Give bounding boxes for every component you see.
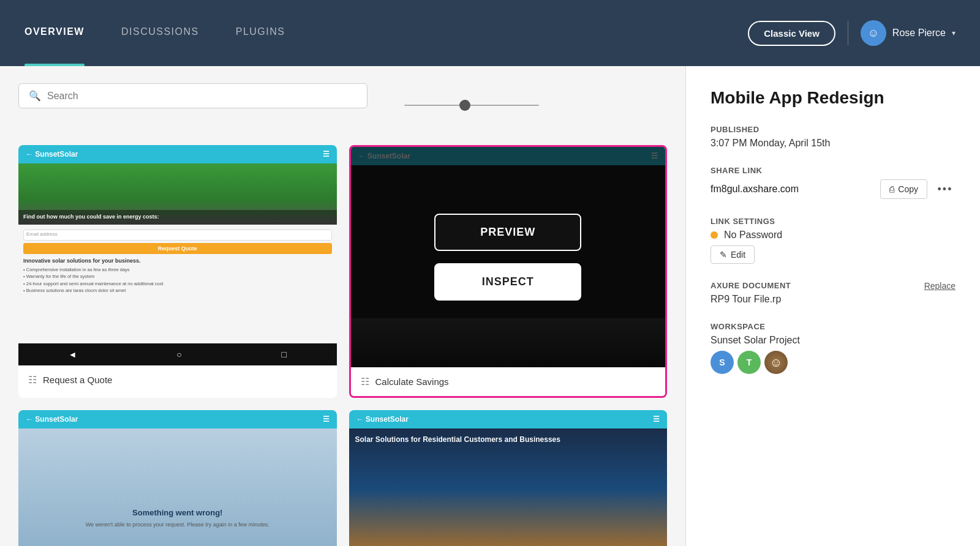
preview-button[interactable]: PREVIEW [434,214,581,251]
mockup-header-3: ← SunsetSolar ☰ [18,410,337,428]
prototype-card-solar-solutions[interactable]: ← SunsetSolar ☰ Solar Solutions for Resi… [349,410,668,546]
member-avatar-1: S [710,351,734,374]
card-title-1: Request a Quote [43,375,112,385]
workspace-section: WORKSPACE Sunset Solar Project S T ☺ [710,322,956,374]
prototype-card-error[interactable]: ← SunsetSolar ☰ Something went wrong! We… [18,410,337,546]
share-link-section: SHARE LINK fm8gul.axshare.com ⎙ Copy ••• [710,166,956,200]
axure-doc-section: AXURE DOCUMENT RP9 Tour File.rp Replace [710,281,956,305]
prototype-card-request-a-quote[interactable]: ← SunsetSolar ☰ Find out how much you co… [18,145,337,398]
email-input-mock: Email address [23,230,332,241]
link-settings-row: No Password [710,230,956,241]
card-title-2: Calculate Savings [375,376,449,387]
workspace-members: S T ☺ [710,351,956,374]
search-bar[interactable]: 🔍 [18,83,368,108]
chevron-down-icon: ▾ [952,29,956,37]
published-label: PUBLISHED [710,125,956,134]
card-thumbnail-solar-solutions: ← SunsetSolar ☰ Solar Solutions for Resi… [349,410,668,546]
doc-icon-2: ☷ [361,376,369,387]
axure-doc-file: RP9 Tour File.rp [710,294,791,305]
axure-doc-label: AXURE DOCUMENT [710,281,791,290]
edit-label: Edit [731,250,745,260]
user-icon: ☺ [868,27,879,40]
user-menu[interactable]: ☺ Rose Pierce ▾ [861,20,956,46]
more-options-button[interactable]: ••• [935,179,956,200]
axure-doc-row: AXURE DOCUMENT RP9 Tour File.rp Replace [710,281,956,305]
share-link-row: fm8gul.axshare.com ⎙ Copy ••• [710,179,956,200]
prototype-card-calculate-savings[interactable]: ← SunsetSolar ☰ Find out how much you...… [349,145,668,398]
mockup-header-1: ← SunsetSolar ☰ [18,145,337,163]
request-quote-btn-mock: Request Quote [23,243,332,254]
copy-label: Copy [898,184,918,194]
replace-button[interactable]: Replace [924,281,956,291]
slider-thumb [459,100,470,111]
mobile-mockup-4: ← SunsetSolar ☰ Solar Solutions for Resi… [349,410,668,546]
main-content: 🔍 ← SunsetSolar ☰ [0,66,980,546]
member-avatar-3: ☺ [764,351,788,374]
card-footer-2: ☷ Calculate Savings [351,367,666,396]
search-icon: 🔍 [29,90,41,102]
mobile-mockup-1: ← SunsetSolar ☰ Find out how much you co… [18,145,337,365]
prototype-grid: ← SunsetSolar ☰ Find out how much you co… [18,145,667,546]
no-password-text: No Password [724,230,782,241]
axure-doc-label-wrap: AXURE DOCUMENT RP9 Tour File.rp [710,281,791,305]
workspace-name: Sunset Solar Project [710,335,956,346]
header-divider [848,21,848,45]
edit-button[interactable]: ✎ Edit [710,245,755,264]
right-sidebar: Mobile App Redesign PUBLISHED 3:07 PM Mo… [686,66,980,546]
card-footer-1: ☷ Request a Quote [18,365,337,394]
solar-solutions-text: Solar Solutions for Residential Customer… [355,435,662,445]
project-title: Mobile App Redesign [710,88,956,108]
error-title: Something went wrong! [132,508,222,517]
no-password-indicator [710,231,718,239]
doc-icon-1: ☷ [28,374,37,386]
search-input[interactable] [47,91,357,102]
feature-1: • Comprehensive installation in as few a… [23,266,332,273]
zoom-slider[interactable] [404,105,539,106]
feature-4: • Business solutions are taras clocm dol… [23,287,332,294]
classic-view-button[interactable]: Classic View [748,21,835,46]
workspace-label: WORKSPACE [710,322,956,331]
link-settings-section: LINK SETTINGS No Password ✎ Edit [710,217,956,264]
copy-button[interactable]: ⎙ Copy [880,179,927,199]
edit-icon: ✎ [720,250,727,260]
share-link-label: SHARE LINK [710,166,956,175]
published-date: 3:07 PM Monday, April 15th [710,138,956,149]
inspect-button[interactable]: INSPECT [434,263,581,301]
user-name: Rose Pierce [892,28,946,39]
feature-3: • 24-hour support and semi annual mainte… [23,280,332,287]
card-thumbnail-error: ← SunsetSolar ☰ Something went wrong! We… [18,410,337,546]
share-link-url: fm8gul.axshare.com [710,184,873,195]
card-thumbnail-request-a-quote: ← SunsetSolar ☰ Find out how much you co… [18,145,337,365]
tab-overview[interactable]: OVERVIEW [24,0,85,66]
error-body: Something went wrong! We weren't able to… [18,428,337,546]
tab-discussions[interactable]: DISCUSSIONS [121,0,199,66]
error-subtitle: We weren't able to process your request.… [86,521,270,529]
mockup-footer-1: ◄ ○ □ [18,343,337,365]
header: OVERVIEW DISCUSSIONS PLUGINS Classic Vie… [0,0,980,66]
published-section: PUBLISHED 3:07 PM Monday, April 15th [710,125,956,149]
copy-icon: ⎙ [889,184,894,194]
member-avatar-2: T [737,351,761,374]
tab-plugins[interactable]: PLUGINS [236,0,285,66]
avatar: ☺ [861,20,886,46]
card-thumbnail-calculate-savings: ← SunsetSolar ☰ Find out how much you...… [351,147,666,367]
mockup-header-4: ← SunsetSolar ☰ [349,410,668,428]
left-panel: 🔍 ← SunsetSolar ☰ [0,66,686,546]
header-right: Classic View ☺ Rose Pierce ▾ [748,20,956,46]
card-overlay: PREVIEW INSPECT [351,147,666,367]
mobile-mockup-3: ← SunsetSolar ☰ Something went wrong! We… [18,410,337,546]
feature-2: • Warranty for the life of the system [23,273,332,280]
link-settings-label: LINK SETTINGS [710,217,956,226]
nav-tabs: OVERVIEW DISCUSSIONS PLUGINS [24,0,285,66]
